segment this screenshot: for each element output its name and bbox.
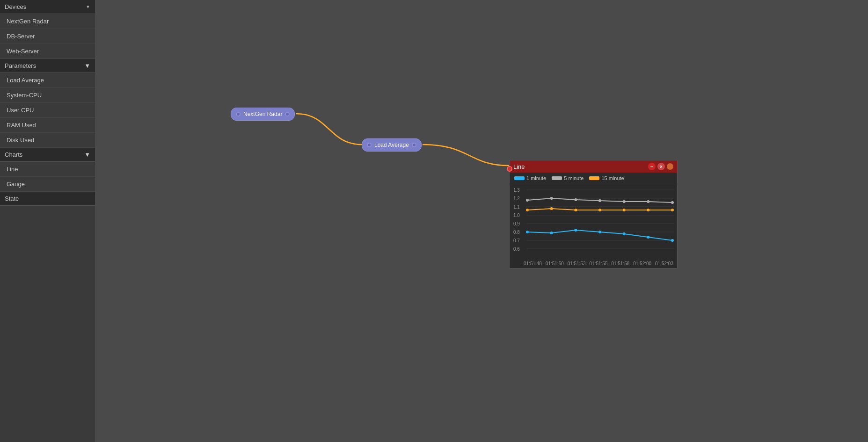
svg-point-34 [623, 232, 626, 235]
charts-header[interactable]: Charts ▼ [0, 148, 95, 162]
svg-point-36 [671, 239, 674, 242]
sidebar-item-gauge[interactable]: Gauge [0, 177, 95, 192]
state-header[interactable]: State [0, 192, 95, 206]
line-chart-svg: 1.3 1.2 1.1 1.0 0.9 0.8 0.7 0.6 [513, 188, 674, 258]
svg-text:0.8: 0.8 [513, 230, 520, 235]
node-load-average-left-port[interactable] [367, 143, 372, 147]
svg-point-23 [526, 209, 529, 211]
sidebar-item-db-server[interactable]: DB-Server [0, 29, 95, 44]
svg-point-30 [526, 231, 529, 233]
svg-point-27 [623, 209, 626, 211]
parameters-arrow-icon: ▼ [84, 62, 90, 69]
legend-15min-color [589, 176, 599, 180]
charts-label: Charts [5, 151, 22, 158]
chart-x-labels: 01:51:48 01:51:50 01:51:53 01:51:55 01:5… [510, 260, 677, 268]
svg-point-28 [647, 209, 649, 211]
svg-text:0.7: 0.7 [513, 238, 520, 243]
sidebar-item-system-cpu[interactable]: System-CPU [0, 88, 95, 103]
sidebar-item-ram-used[interactable]: RAM Used [0, 118, 95, 133]
svg-point-29 [671, 209, 674, 211]
svg-text:0.9: 0.9 [513, 221, 520, 226]
connections-svg [95, 0, 868, 442]
chart-extra-button[interactable] [667, 163, 673, 170]
node-load-average[interactable]: Load Average [362, 138, 422, 152]
node-load-average-right-port[interactable] [412, 143, 416, 147]
sidebar-item-load-average[interactable]: Load Average [0, 73, 95, 88]
sidebar-item-line[interactable]: Line [0, 162, 95, 177]
svg-point-25 [574, 209, 577, 211]
node-nextgen-radar-right-port[interactable] [285, 112, 290, 116]
svg-point-18 [574, 198, 577, 201]
sidebar: Devices ▼ NextGen Radar DB-Server Web-Se… [0, 0, 95, 442]
legend-15min: 15 minute [589, 175, 624, 181]
svg-point-31 [550, 232, 553, 234]
chart-body: 1.3 1.2 1.1 1.0 0.9 0.8 0.7 0.6 [510, 184, 677, 260]
sidebar-item-user-cpu[interactable]: User CPU [0, 103, 95, 118]
svg-point-22 [671, 201, 674, 204]
legend-1min-color [514, 176, 525, 180]
svg-text:1.0: 1.0 [513, 213, 520, 218]
svg-text:1.3: 1.3 [513, 188, 520, 193]
chart-legend: 1 minute 5 minute 15 minute [510, 173, 677, 184]
svg-point-32 [574, 229, 577, 232]
parameters-header[interactable]: Parameters ▼ [0, 59, 95, 73]
legend-1min: 1 minute [514, 175, 546, 181]
svg-point-17 [550, 197, 553, 200]
chart-title: Line [513, 163, 525, 170]
svg-text:0.6: 0.6 [513, 246, 520, 252]
charts-arrow-icon: ▼ [84, 151, 90, 158]
sidebar-item-nextgen-radar[interactable]: NextGen Radar [0, 14, 95, 29]
devices-header[interactable]: Devices ▼ [0, 0, 95, 14]
node-nextgen-radar[interactable]: NextGen Radar [231, 108, 295, 121]
chart-controls: − × [648, 163, 673, 170]
canvas: NextGen Radar Load Average Line − × 1 mi… [95, 0, 868, 442]
legend-5min-color [552, 176, 562, 180]
devices-label: Devices [5, 3, 26, 10]
chart-panel-input-port[interactable] [507, 166, 512, 172]
parameters-label: Parameters [5, 62, 36, 69]
chart-title-bar: Line − × [510, 160, 677, 173]
svg-point-20 [623, 200, 626, 203]
svg-point-35 [647, 236, 649, 239]
svg-point-24 [550, 207, 553, 210]
svg-point-33 [598, 231, 601, 233]
legend-5min: 5 minute [552, 175, 584, 181]
svg-text:1.2: 1.2 [513, 196, 520, 201]
svg-point-21 [647, 200, 649, 203]
svg-point-26 [598, 209, 601, 211]
chart-minimize-button[interactable]: − [648, 163, 656, 170]
svg-point-16 [526, 199, 529, 202]
chart-panel: Line − × 1 minute 5 minute 15 minute [509, 160, 678, 268]
svg-point-19 [598, 199, 601, 202]
chart-close-button[interactable]: × [657, 163, 665, 170]
sidebar-item-web-server[interactable]: Web-Server [0, 44, 95, 59]
node-nextgen-radar-left-port[interactable] [236, 112, 241, 116]
state-label: State [5, 195, 19, 202]
svg-text:1.1: 1.1 [513, 204, 520, 210]
devices-arrow-icon: ▼ [86, 4, 90, 9]
sidebar-item-disk-used[interactable]: Disk Used [0, 133, 95, 148]
